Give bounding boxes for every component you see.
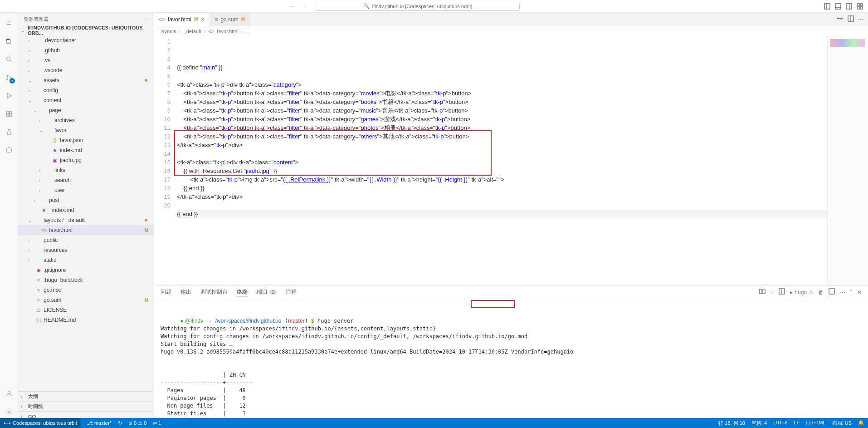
extensions-icon[interactable]: [4, 109, 14, 119]
status-notifications-icon[interactable]: 🔔: [858, 420, 864, 427]
code-editor[interactable]: 1234567891011121314151617181920 {{ defin…: [154, 36, 868, 285]
tree-item[interactable]: ⌄page: [18, 105, 154, 115]
code-content[interactable]: {{ define "main" }} <tk-a">class="tk-p">…: [177, 36, 827, 285]
panel-tabs: 问题 输出 调试控制台 终端 端口1 注释 + ▸ hugo ⚠ 🗑 ⋯ ˄ ✕: [154, 285, 868, 299]
status-encoding[interactable]: UTF-8: [773, 420, 787, 427]
tree-item[interactable]: ≡.hugo_build.lock: [18, 275, 154, 285]
tree-item[interactable]: ›search: [18, 175, 154, 185]
layout-left-icon[interactable]: [823, 2, 832, 11]
tree-item-label: .hugo_build.lock: [44, 277, 83, 283]
explorer-icon[interactable]: [4, 36, 14, 46]
layout-customize-icon[interactable]: [855, 2, 864, 11]
svg-rect-0: [824, 4, 830, 9]
testing-icon[interactable]: [4, 127, 14, 137]
tree-item[interactable]: ›user: [18, 185, 154, 195]
tree-item[interactable]: ›.github: [18, 45, 154, 55]
chevron-icon: ⌄: [34, 108, 39, 113]
tree-item[interactable]: ★index.md: [18, 145, 154, 155]
status-indent[interactable]: 空格: 4: [751, 420, 767, 427]
file-type-icon: ⚖: [35, 307, 42, 313]
tab-comments[interactable]: 注释: [286, 288, 297, 296]
terminal-content[interactable]: ● @ifindv → /workspaces/ifindv.github.io…: [154, 299, 868, 421]
tree-item[interactable]: ›.vs: [18, 55, 154, 65]
tree-item[interactable]: ›static: [18, 255, 154, 265]
minimap[interactable]: [827, 36, 868, 285]
panel-more-icon[interactable]: ⋯: [840, 289, 845, 295]
chevron-icon: ›: [28, 58, 34, 63]
tree-item[interactable]: ›.vscode: [18, 65, 154, 75]
tree-item[interactable]: ›resources: [18, 245, 154, 255]
svg-point-19: [6, 148, 12, 153]
tree-item[interactable]: ⌄content: [18, 95, 154, 105]
tree-item[interactable]: ≡go.mod: [18, 285, 154, 295]
compare-changes-icon[interactable]: [836, 15, 844, 24]
more-icon[interactable]: ⋯: [143, 16, 148, 22]
status-sync[interactable]: ↻: [118, 420, 122, 426]
tree-item[interactable]: ⌄assets: [18, 75, 154, 85]
trash-icon[interactable]: 🗑: [818, 289, 824, 295]
kill-terminal-icon[interactable]: [828, 288, 835, 296]
debug-icon[interactable]: [4, 91, 14, 101]
line-gutter: 1234567891011121314151617181920: [154, 36, 177, 285]
tree-item[interactable]: ›post: [18, 195, 154, 205]
close-panel-icon[interactable]: ✕: [857, 289, 862, 295]
more-actions-icon[interactable]: ⋯: [858, 16, 863, 23]
tab-terminal[interactable]: 终端: [237, 288, 248, 296]
status-language[interactable]: { } HTML: [806, 420, 825, 427]
tab-problems[interactable]: 问题: [161, 288, 171, 296]
status-branch[interactable]: ⎇ master*: [87, 420, 112, 426]
nav-back-icon[interactable]: ←: [289, 3, 295, 10]
status-eol[interactable]: LF: [794, 420, 800, 427]
tree-item[interactable]: ◆.gitignore: [18, 265, 154, 275]
tab-output[interactable]: 输出: [180, 288, 191, 296]
split-editor-icon[interactable]: [847, 15, 854, 24]
maximize-panel-icon[interactable]: ˄: [850, 289, 853, 295]
tree-item[interactable]: ›config: [18, 85, 154, 95]
tree-item[interactable]: {}favor.json: [18, 135, 154, 145]
chevron-icon: ›: [39, 178, 44, 183]
terminal-new-icon[interactable]: +: [770, 289, 774, 295]
tree-item[interactable]: ⌄favor: [18, 125, 154, 135]
tree-item[interactable]: ★_index.md: [18, 205, 154, 215]
status-errors[interactable]: ⊘ 0 ⚠ 0: [128, 420, 146, 426]
command-center[interactable]: 🔍 ifindv.github.io [Codespaces: ubiquito…: [316, 2, 520, 11]
outline-section[interactable]: ›大纲: [18, 391, 154, 401]
folder-section-header[interactable]: ⌄ IFINDV.GITHUB.IO [CODESPACES: UBIQUITO…: [18, 25, 154, 35]
scm-icon[interactable]: 3: [4, 73, 14, 83]
accounts-icon[interactable]: [4, 389, 14, 398]
status-layout[interactable]: 布局: US: [832, 420, 852, 427]
tree-item[interactable]: ›public: [18, 235, 154, 245]
svg-rect-4: [846, 4, 852, 9]
close-tab-icon[interactable]: ✕: [200, 16, 205, 23]
github-icon[interactable]: [4, 145, 14, 155]
status-ports[interactable]: ⇌ 1: [153, 420, 161, 426]
tree-item[interactable]: ⚖LICENSE: [18, 305, 154, 315]
file-type-icon: [41, 107, 47, 113]
settings-gear-icon[interactable]: [4, 407, 14, 417]
tab-ports[interactable]: 端口1: [257, 288, 277, 296]
remote-indicator[interactable]: ⟷Codespaces: ubiquitous orbit: [0, 418, 81, 428]
nav-forward-icon[interactable]: →: [302, 3, 307, 10]
layout-right-icon[interactable]: [844, 2, 853, 11]
tree-item[interactable]: ›.devcontainer: [18, 35, 154, 45]
search-activity-icon[interactable]: [4, 54, 14, 64]
tree-item[interactable]: ›archives: [18, 115, 154, 125]
terminal-profile-hugo[interactable]: ▸ hugo ⚠: [790, 289, 814, 295]
editor-tab[interactable]: <>favor.htmlM✕: [154, 13, 210, 26]
tree-item[interactable]: ⓘREADME.md: [18, 315, 154, 325]
tree-item[interactable]: ≡go.sumM: [18, 295, 154, 305]
menu-icon[interactable]: ☰: [4, 18, 14, 28]
editor-tab[interactable]: ≡go.sumM: [210, 13, 250, 26]
tree-item[interactable]: ▣jiaofu.jpg: [18, 155, 154, 165]
tab-debug-console[interactable]: 调试控制台: [200, 288, 228, 296]
layout-bottom-icon[interactable]: [834, 2, 843, 11]
tree-item[interactable]: <>favor.htmlM: [18, 225, 154, 235]
status-cursor-pos[interactable]: 行 18, 列 10: [718, 420, 745, 427]
breadcrumb[interactable]: layouts› _default› <> favor.html› ...: [154, 26, 868, 36]
chevron-down-icon: ⌄: [21, 28, 26, 33]
timeline-section[interactable]: ›时间线: [18, 401, 154, 411]
tree-item[interactable]: ›links: [18, 165, 154, 175]
terminal-layout-icon[interactable]: [778, 288, 785, 296]
terminal-split-icon[interactable]: [759, 288, 766, 296]
tree-item[interactable]: ⌄layouts / _default: [18, 215, 154, 225]
